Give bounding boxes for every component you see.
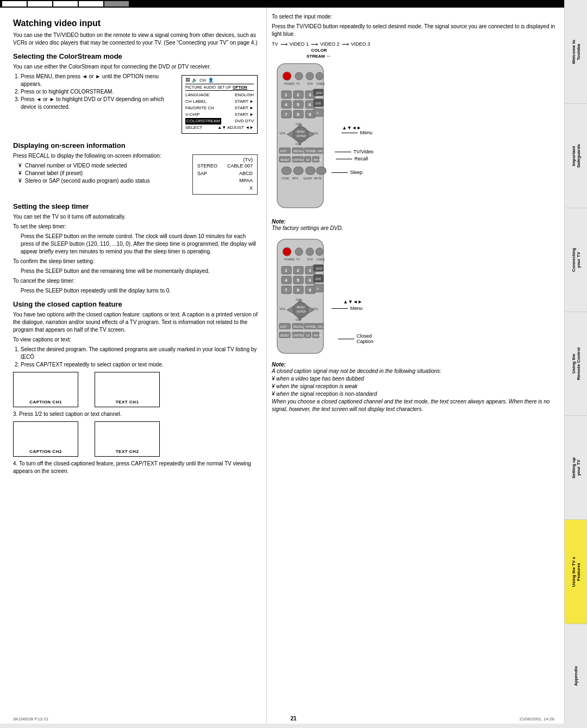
svg-text:ENT: ENT — [316, 267, 323, 270]
tv-label: TV — [272, 41, 278, 47]
colorstream-title: Selecting the ColorStream mode — [13, 52, 258, 60]
svg-text:POWER: POWER — [284, 258, 295, 261]
annotation-tvvideo: TV/Video — [335, 149, 373, 154]
input-mode-body: Press the TV/VIDEO button repeatedly to … — [272, 23, 559, 38]
colorstream-steps: Press MENU, then press ◄ or ► until the … — [21, 73, 176, 111]
annotation-line-cc — [338, 339, 354, 339]
sleep-timer-title: Setting the sleep timer — [13, 202, 258, 210]
tab-features: Using the TV sFeatures — [564, 520, 587, 624]
svg-point-1 — [283, 72, 291, 80]
menu-tab-row: PICTURE AUDIO SET UP OPTION — [185, 85, 254, 91]
sleep-cancel-label: To cancel the sleep timer: — [13, 277, 258, 285]
tab-features-label: Using the TV sFeatures — [571, 557, 581, 587]
menu-icon-option: 👤 — [208, 78, 214, 83]
video3-label: VIDEO 3 — [351, 41, 371, 47]
menu-label-colorstream: COLORSTREAM — [185, 118, 221, 125]
svg-text:5: 5 — [297, 102, 299, 107]
onscreen-info-box: (TV) STEREO CABLE 007 SAP ABCD MPAA X — [192, 154, 258, 195]
svg-text:PAY▼: PAY▼ — [314, 158, 321, 161]
menu-icon-setup: CH — [199, 78, 206, 83]
svg-text:MUTE: MUTE — [314, 177, 322, 180]
note2-text-5: When you choose a closed captioned chann… — [272, 398, 559, 413]
info-sap: SAP — [197, 170, 207, 178]
menu-tab-setup: SET UP — [217, 85, 231, 89]
svg-text:3: 3 — [309, 92, 311, 97]
svg-text:TV: TV — [296, 258, 300, 261]
svg-text:TV/VIDEO: TV/VIDEO — [305, 325, 318, 328]
info-row-2: SAP ABCD — [197, 170, 253, 178]
note2-text-4: ¥ when the signal reception is non-stand… — [272, 390, 559, 398]
svg-text:2: 2 — [297, 268, 299, 273]
left-arrow: ← — [326, 53, 332, 59]
svg-rect-61 — [282, 167, 291, 175]
tab-connecting: Connectingyour TV — [564, 208, 587, 312]
menu-label-vchip: V-CHIP — [185, 111, 200, 118]
svg-text:4: 4 — [285, 102, 288, 107]
onscreen-content: Press RECALL to display the following on… — [13, 152, 258, 197]
info-stereo: STEREO — [197, 163, 217, 170]
annotation-label-menu: Menu — [360, 130, 372, 135]
tv-video-diagram: TV ⟶ VIDEO 1 ⟶ VIDEO 2 ⟶ VIDEO 3 — [272, 41, 559, 47]
svg-text:CAP/TEXT: CAP/TEXT — [292, 158, 305, 161]
svg-point-3 — [306, 72, 314, 80]
menu-value-language: ENGLISH — [235, 92, 254, 98]
note1-title: Note: — [272, 219, 559, 225]
svg-text:ENTER: ENTER — [297, 310, 306, 313]
closed-caption-steps: Select the desired program. The captione… — [21, 346, 258, 369]
info-mpaa: MPAA — [239, 177, 253, 185]
svg-text:8: 8 — [297, 288, 299, 293]
watching-video-title: Watching video input — [13, 18, 258, 28]
svg-text:5: 5 — [297, 278, 299, 283]
svg-text:ENTER: ENTER — [297, 134, 306, 138]
annotation-recall: Recall — [336, 156, 368, 161]
tab-setup-label: Setting upyour TV — [571, 457, 581, 478]
annotation-sleep: Sleep — [332, 170, 363, 175]
svg-text:VOL: VOL — [279, 307, 286, 310]
left-column: Watching video input You can use the TV/… — [0, 8, 266, 724]
tab-setup: Setting upyour TV — [564, 416, 587, 520]
svg-text:MENU: MENU — [297, 306, 305, 309]
menu-icon-audio: 🔊 — [192, 78, 197, 83]
info-x: X — [249, 185, 253, 192]
closed-caption-body1: You have two options with the closed cap… — [13, 311, 258, 334]
menu-row-vchip: V-CHIP START ► — [185, 111, 254, 118]
dpad-arrows-indicator: ▲▼◄► — [342, 125, 361, 130]
svg-text:9: 9 — [309, 288, 311, 293]
bottom-bar-gray — [0, 724, 587, 728]
svg-text:RESET: RESET — [280, 158, 290, 161]
menu-label-chlabel: CH LABEL — [185, 98, 207, 105]
top-bar-segment — [28, 1, 52, 7]
footer-right: 21/08/2001, 14:28 — [519, 717, 554, 721]
arrow-1: ⟶ — [280, 41, 288, 47]
menu-tab-option: OPTION — [233, 85, 247, 89]
annotation-label-tvvideo: TV/Video — [353, 149, 373, 154]
tab-welcome: Welcome toToshiba — [564, 0, 587, 104]
text-box-1-label: TEXT CH1 — [116, 400, 139, 405]
svg-text:CODE: CODE — [282, 177, 290, 180]
colorstream-content: Press MENU, then press ◄ or ► until the … — [13, 73, 258, 136]
svg-text:1: 1 — [285, 92, 288, 97]
annotation-label-recall: Recall — [354, 156, 368, 161]
svg-text:6: 6 — [309, 102, 311, 107]
annotation-line-sleep — [332, 172, 348, 173]
tab-connecting-label: Connectingyour TV — [571, 248, 581, 272]
menu-row-chlabel: CH LABEL START ► — [185, 98, 254, 105]
color-stream-row: COLORSTREAM ← — [272, 48, 559, 59]
svg-text:CH-: CH- — [296, 318, 302, 321]
footer-center: 21 — [290, 715, 296, 721]
info-tv-label: (TV) — [197, 157, 253, 163]
tab-appendix-label: Appendix — [573, 666, 578, 686]
svg-text:TV/VIDEO: TV/VIDEO — [305, 150, 318, 153]
info-row-1: STEREO CABLE 007 — [197, 163, 253, 170]
cc-step-2: Press CAP/TEXT repeatedly to select capt… — [21, 361, 258, 369]
cc-step3: 3. Press 1/2 to select caption or text c… — [13, 410, 258, 418]
info-row-4: X — [197, 185, 253, 192]
onscreen-bullets: Channel number or VIDEO mode selected Ch… — [21, 162, 187, 185]
closed-caption-title: Using the closed caption feature — [13, 300, 258, 308]
colorstream-body: You can use either the ColorStream input… — [13, 63, 258, 71]
closed-caption-body2: To view captions or text: — [13, 336, 258, 344]
remote-section-bottom: POWER TV VCR CABLE CH RTN 1 2 3 ENT 4 — [272, 237, 559, 356]
menu-tab-audio: AUDIO — [204, 85, 216, 89]
annotation-menu: Menu — [341, 130, 372, 135]
sleep-cancel-text: Press the SLEEP button repeatedly until … — [21, 287, 258, 295]
